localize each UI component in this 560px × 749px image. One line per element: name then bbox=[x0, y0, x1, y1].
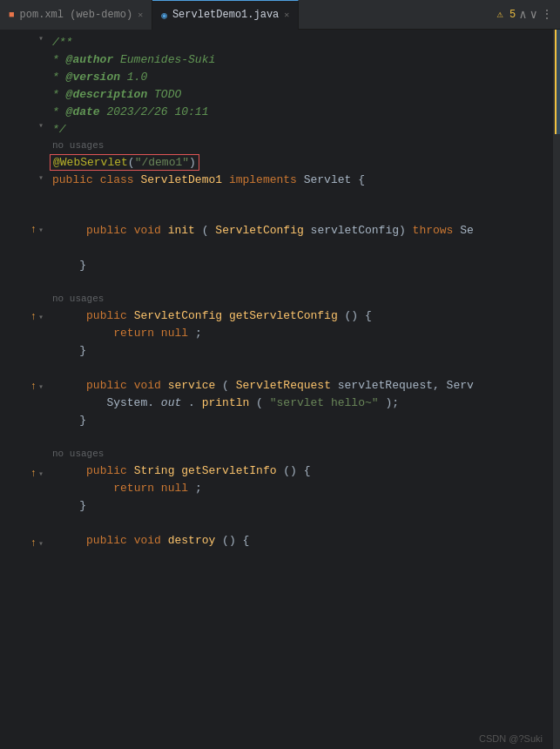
gutter-row-class: ▾ bbox=[0, 169, 44, 186]
line-return-null-2: return null ; bbox=[52, 479, 553, 496]
line-javadoc-author: * @author Eumenides-Suki bbox=[52, 51, 553, 68]
override-icon-5[interactable]: ↑ bbox=[30, 537, 37, 550]
line-init-method: public void init ( ServletConfig servlet… bbox=[52, 221, 553, 239]
line-no-usages-1: no usages bbox=[52, 138, 553, 153]
gutter-row-init: ↑ ▾ bbox=[0, 221, 44, 239]
override-icon-2[interactable]: ↑ bbox=[30, 311, 37, 323]
line-blank-2 bbox=[52, 239, 553, 256]
line-getconfig-method: public ServletConfig getServletConfig ()… bbox=[52, 307, 553, 324]
vertical-scrollbar[interactable] bbox=[553, 30, 560, 749]
scrollbar-thumb[interactable] bbox=[555, 30, 560, 134]
gutter-row-6: ▾ bbox=[0, 117, 44, 134]
line-javadoc-end: */ bbox=[52, 120, 553, 138]
gutter-row-2 bbox=[0, 47, 44, 64]
override-icon-1[interactable]: ↑ bbox=[30, 224, 37, 236]
gutter-row-no-usage-3 bbox=[0, 291, 44, 308]
tab-servlet-java[interactable]: ◉ ServletDemo1.java ✕ bbox=[152, 0, 299, 30]
gutter-row-close2 bbox=[0, 343, 44, 361]
gutter-row-5 bbox=[0, 99, 44, 117]
line-javadoc-date: * @date 2023/2/26 10:11 bbox=[52, 103, 553, 120]
gutter-row-service: ↑ ▾ bbox=[0, 378, 44, 395]
gutter-row-4 bbox=[0, 82, 44, 99]
fold-class-arrow[interactable]: ▾ bbox=[38, 172, 44, 183]
fold-getinfo-arrow[interactable]: ▾ bbox=[38, 469, 44, 479]
tab-right-area: ⚠ 5 ∧ ∨ ⋮ bbox=[496, 7, 560, 22]
gutter-row-close4 bbox=[0, 500, 44, 517]
fold-getconfig-arrow[interactable]: ▾ bbox=[38, 312, 44, 322]
nav-down-btn[interactable]: ∨ bbox=[530, 7, 537, 22]
line-javadoc-desc: * @description TODO bbox=[52, 85, 553, 103]
line-no-usages-init bbox=[52, 206, 553, 221]
gutter-row-no-usage-4 bbox=[0, 448, 44, 465]
line-javadoc-version: * @version 1.0 bbox=[52, 68, 553, 85]
gutter-row-3 bbox=[0, 64, 44, 82]
tab-pom-label: pom.xml (web-demo) bbox=[20, 9, 133, 21]
line-destroy-method: public void destroy () { bbox=[52, 531, 553, 549]
left-gutter: ▾ ▾ ▾ ↑ ▾ ↑ ▾ ↑ ▾ bbox=[0, 30, 45, 749]
gutter-row-getinfo: ↑ ▾ bbox=[0, 465, 44, 482]
line-close-service: } bbox=[52, 411, 553, 428]
gutter-row-annotation bbox=[0, 152, 44, 169]
tab-servlet-label: ServletDemo1.java bbox=[172, 9, 279, 21]
line-blank-6 bbox=[52, 514, 553, 531]
line-webservlet-annotation: @WebServlet("/demo1") bbox=[52, 153, 553, 171]
gutter-row-no-usage-2 bbox=[0, 204, 44, 221]
line-close-config: } bbox=[52, 341, 553, 359]
throws-keyword: throws bbox=[413, 224, 454, 237]
watermark: CSDN @?Suki bbox=[479, 733, 543, 744]
gutter-row-close3 bbox=[0, 413, 44, 430]
gutter-row-return1 bbox=[0, 326, 44, 343]
gutter-row-blank4 bbox=[0, 361, 44, 378]
tab-servlet-close[interactable]: ✕ bbox=[284, 10, 289, 20]
gutter-row-1: ▾ bbox=[0, 30, 44, 47]
java-file-icon: ◉ bbox=[161, 10, 167, 21]
warning-badge: ⚠ 5 bbox=[496, 8, 516, 21]
gutter-row-blank3 bbox=[0, 273, 44, 291]
line-blank-3 bbox=[52, 273, 553, 291]
line-javadoc-start: /** bbox=[52, 33, 553, 51]
fold-arrow-6[interactable]: ▾ bbox=[38, 120, 44, 131]
line-no-usages-info: no usages bbox=[52, 446, 553, 462]
line-getinfo-method: public String getServletInfo () { bbox=[52, 462, 553, 479]
code-editor[interactable]: /** * @author Eumenides-Suki * @version … bbox=[45, 30, 553, 749]
line-init-close: } bbox=[52, 256, 553, 273]
fold-arrow-1[interactable]: ▾ bbox=[38, 33, 44, 44]
gutter-row-no-usage-1 bbox=[0, 134, 44, 152]
gutter-row-blank6 bbox=[0, 517, 44, 535]
line-no-usages-config: no usages bbox=[52, 291, 553, 307]
tab-bar: ■ pom.xml (web-demo) ✕ ◉ ServletDemo1.ja… bbox=[0, 0, 560, 30]
gutter-row-close1 bbox=[0, 256, 44, 273]
override-icon-3[interactable]: ↑ bbox=[30, 381, 37, 393]
gutter-row-destroy: ↑ ▾ bbox=[0, 535, 44, 552]
line-blank-1 bbox=[52, 188, 553, 206]
line-blank-5 bbox=[52, 428, 553, 446]
fold-init-arrow[interactable]: ▾ bbox=[38, 225, 44, 235]
more-options-btn[interactable]: ⋮ bbox=[541, 7, 553, 22]
gutter-row-getconfig: ↑ ▾ bbox=[0, 308, 44, 326]
line-service-method: public void service ( ServletRequest ser… bbox=[52, 376, 553, 394]
line-class-decl: public class ServletDemo1 implements Ser… bbox=[52, 171, 553, 188]
line-println: System. out . println ( "servlet hello~"… bbox=[52, 394, 553, 411]
gutter-row-println bbox=[0, 395, 44, 413]
gutter-row-blank2 bbox=[0, 239, 44, 256]
editor: ▾ ▾ ▾ ↑ ▾ ↑ ▾ ↑ ▾ bbox=[0, 30, 560, 749]
line-blank-4 bbox=[52, 359, 553, 376]
override-icon-4[interactable]: ↑ bbox=[30, 468, 37, 480]
tab-pom-close[interactable]: ✕ bbox=[138, 10, 143, 20]
nav-up-btn[interactable]: ∧ bbox=[519, 7, 526, 22]
line-close-info: } bbox=[52, 496, 553, 514]
tab-pom-xml[interactable]: ■ pom.xml (web-demo) ✕ bbox=[0, 0, 152, 30]
gutter-row-return2 bbox=[0, 482, 44, 500]
gutter-row-blank1 bbox=[0, 186, 44, 204]
gutter-row-blank5 bbox=[0, 430, 44, 448]
annotation-webservlet: @WebServlet bbox=[53, 156, 128, 169]
fold-service-arrow[interactable]: ▾ bbox=[38, 381, 44, 392]
xml-file-icon: ■ bbox=[9, 10, 15, 20]
line-return-null-1: return null ; bbox=[52, 324, 553, 341]
fold-destroy-arrow[interactable]: ▾ bbox=[38, 538, 44, 549]
